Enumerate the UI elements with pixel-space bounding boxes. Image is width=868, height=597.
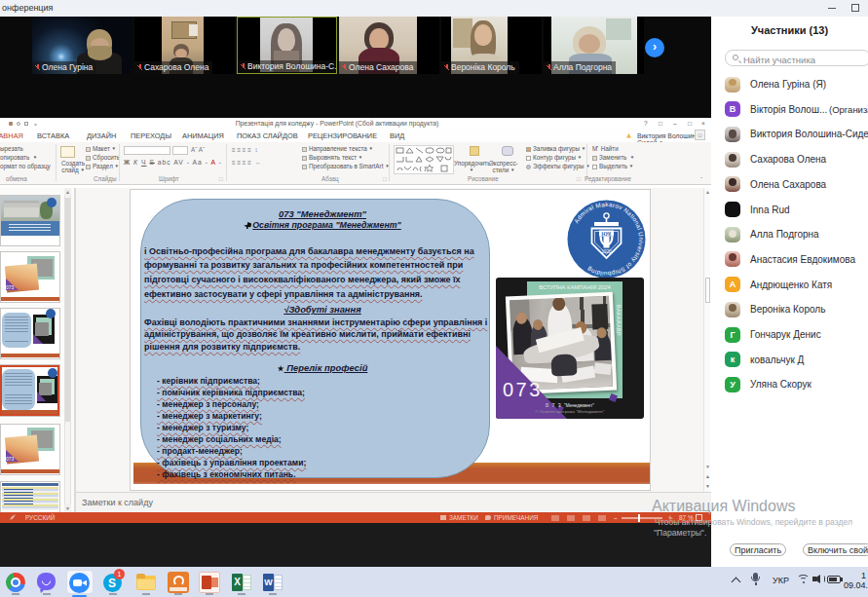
- svg-text:1920: 1920: [601, 249, 612, 254]
- svg-text:НУК: НУК: [602, 231, 613, 237]
